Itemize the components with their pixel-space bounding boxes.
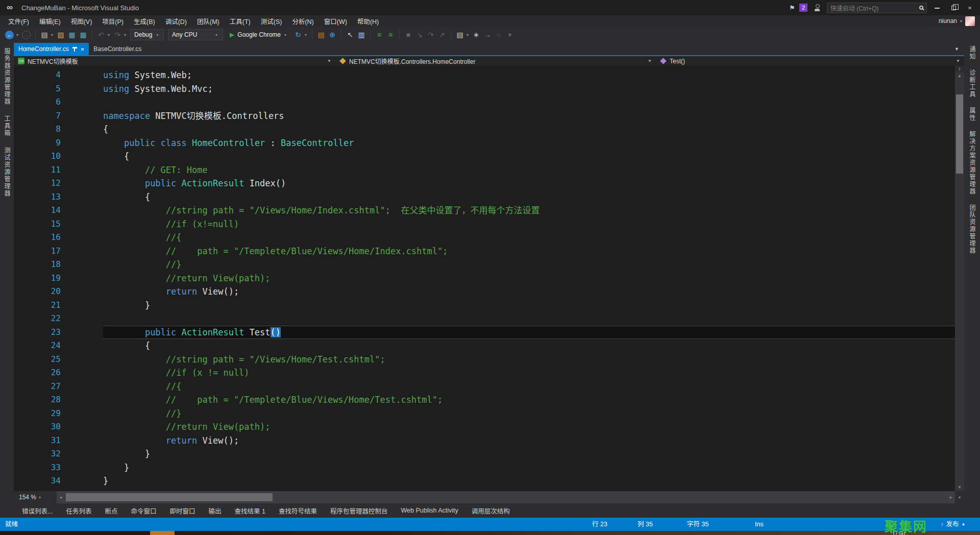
platform-select[interactable]: Any CPU▾	[168, 29, 223, 40]
redo-icon[interactable]: ↷	[112, 29, 122, 40]
panel-tab[interactable]: 查找符号结果	[272, 506, 324, 516]
vertical-scrollbar-thumb[interactable]	[956, 94, 963, 174]
step-into-icon[interactable]: ↘	[414, 29, 425, 40]
code-line[interactable]: 14 //string path = "/Views/Home/Index.cs…	[14, 204, 955, 217]
code-line[interactable]: 11 // GET: Home	[14, 163, 955, 177]
code-line[interactable]: 25 //string path = "/Views/Home/Test.csh…	[14, 353, 955, 367]
menu-item[interactable]: 窗口(W)	[319, 16, 352, 26]
code-line[interactable]: 6	[14, 95, 955, 109]
editor-zoom-select[interactable]: 154 % ▾	[14, 494, 57, 501]
panel-tab[interactable]: 命令窗口	[124, 506, 163, 516]
scroll-left-icon[interactable]: ◂	[57, 495, 65, 500]
menu-item[interactable]: 团队(M)	[192, 16, 225, 26]
code-line[interactable]: 4using System.Web;	[14, 68, 955, 82]
menu-item[interactable]: 帮助(H)	[352, 16, 384, 26]
panel-tab[interactable]: 错误列表...	[15, 506, 59, 516]
side-tab[interactable]: 属性	[968, 107, 976, 121]
add-item-icon[interactable]: ∗	[471, 29, 481, 40]
code-line[interactable]: 26 //if (x != null)	[14, 366, 955, 380]
side-tab[interactable]: 解决方案资源管理器	[968, 131, 976, 195]
uncomment-lines-icon[interactable]: ≡	[385, 29, 396, 40]
code-line[interactable]: 12 public ActionResult Index()	[14, 177, 955, 190]
code-line[interactable]: 29 //}	[14, 407, 955, 421]
code-line[interactable]: 13 {	[14, 190, 955, 204]
panel-tab[interactable]: 任务列表	[59, 506, 98, 516]
navigate-to-icon[interactable]: →	[482, 29, 493, 40]
debug-config-select[interactable]: Debug▾	[130, 29, 164, 40]
code-line[interactable]: 10 {	[14, 150, 955, 163]
breadcrumb-member-dropdown[interactable]: Test() ▼	[656, 56, 964, 66]
code-line[interactable]: 19 //return View(path);	[14, 272, 955, 285]
start-debug-button[interactable]: ▶Google Chrome▾	[226, 29, 292, 40]
menu-item[interactable]: 测试(S)	[256, 16, 287, 26]
code-line[interactable]: 22	[14, 312, 955, 326]
code-line[interactable]: 34}	[14, 474, 955, 488]
side-tab[interactable]: 诊断工具	[968, 69, 976, 98]
stop-debug-icon[interactable]: ■	[403, 29, 413, 40]
code-line[interactable]: 20 return View();	[14, 285, 955, 299]
code-editor[interactable]: 4using System.Web;5using System.Web.Mvc;…	[14, 66, 955, 491]
breadcrumb-class-dropdown[interactable]: NETMVC切换模板.Controllers.HomeController ▼	[335, 56, 656, 66]
panel-tab[interactable]: 调用层次结构	[465, 506, 517, 516]
quick-launch-input[interactable]: 快速启动 (Ctrl+Q)	[827, 3, 927, 13]
code-line[interactable]: 32 }	[14, 447, 955, 461]
side-tab[interactable]: 通知	[968, 46, 976, 60]
recent-window-icon[interactable]: ▤	[455, 29, 465, 40]
search-icon[interactable]	[919, 6, 923, 10]
code-line[interactable]: 9 public class HomeController : BaseCont…	[14, 136, 955, 150]
menu-item[interactable]: 工具(T)	[225, 16, 256, 26]
view-in-browser-icon[interactable]: ▤	[316, 29, 326, 40]
code-line[interactable]: 31 return View();	[14, 434, 955, 448]
scroll-up-icon[interactable]: ▲	[955, 72, 964, 80]
tab-list-dropdown-icon[interactable]: ▼	[954, 46, 964, 52]
side-tab[interactable]: 团队资源管理器	[968, 204, 976, 254]
nav-forward-icon[interactable]: →	[22, 31, 31, 39]
code-line[interactable]: 8{	[14, 123, 955, 136]
panel-tab[interactable]: 查找结果 1	[228, 506, 272, 516]
code-line[interactable]: 28 // path = "/Templete/Blue/Views/Home/…	[14, 393, 955, 407]
close-button[interactable]: ×	[964, 4, 976, 12]
horizontal-scrollbar-thumb[interactable]	[66, 493, 273, 501]
code-line[interactable]: 7namespace NETMVC切换模板.Controllers	[14, 109, 955, 123]
panel-tab[interactable]: 程序包管理器控制台	[324, 506, 395, 516]
restore-button[interactable]	[947, 4, 960, 12]
nav-back-icon[interactable]: ←	[5, 31, 14, 39]
side-tab[interactable]: 工具箱	[3, 115, 11, 137]
menu-item[interactable]: 调试(D)	[160, 16, 192, 26]
menu-item[interactable]: 视图(V)	[66, 16, 97, 26]
notification-count-badge[interactable]: 2	[799, 4, 807, 12]
step-out-icon[interactable]: ↗	[437, 29, 447, 40]
splitter-handle-icon[interactable]: ↕	[955, 66, 964, 72]
account-cluster[interactable]: niunan ▾	[939, 16, 977, 26]
code-line[interactable]: 33 }	[14, 461, 955, 475]
side-tab[interactable]: 测试资源管理器	[3, 147, 11, 197]
new-file-icon[interactable]: ▤	[39, 29, 50, 40]
scroll-down-icon[interactable]: ▼	[955, 484, 964, 491]
code-line[interactable]: 23 public ActionResult Test()	[14, 326, 955, 339]
menu-item[interactable]: 生成(B)	[129, 16, 160, 26]
document-tab[interactable]: BaseController.cs	[89, 43, 146, 55]
menu-item[interactable]: 文件(F)	[3, 16, 34, 26]
pointer-icon[interactable]: ↖	[345, 29, 355, 40]
vertical-scrollbar[interactable]: ↕ ▲ ▼	[955, 66, 964, 491]
paste-icon[interactable]: ▥	[356, 29, 366, 40]
code-line[interactable]: 21 }	[14, 299, 955, 312]
close-tab-icon[interactable]: ×	[81, 45, 85, 53]
code-line[interactable]: 27 //{	[14, 380, 955, 394]
browse-web-icon[interactable]: ⊕	[327, 29, 337, 40]
code-line[interactable]: 18 //}	[14, 258, 955, 272]
code-line[interactable]: 15 //if (x!=null)	[14, 217, 955, 231]
menu-item[interactable]: 分析(N)	[287, 16, 318, 26]
panel-tab[interactable]: Web Publish Activity	[394, 507, 464, 514]
panel-tab[interactable]: 断点	[98, 506, 124, 516]
step-over-icon[interactable]: ↷	[426, 29, 436, 40]
code-line[interactable]: 5using System.Web.Mvc;	[14, 82, 955, 96]
document-tab[interactable]: HomeController.cs×	[14, 43, 89, 55]
avatar[interactable]	[965, 16, 975, 26]
minimize-button[interactable]	[931, 4, 943, 12]
publish-button[interactable]: ↑ 发布 ▲	[941, 518, 965, 531]
comment-lines-icon[interactable]: ≡	[374, 29, 384, 40]
code-line[interactable]: 30 //return View(path);	[14, 420, 955, 434]
scroll-right-icon[interactable]: ▸	[947, 495, 955, 500]
feedback-icon[interactable]	[814, 4, 821, 11]
